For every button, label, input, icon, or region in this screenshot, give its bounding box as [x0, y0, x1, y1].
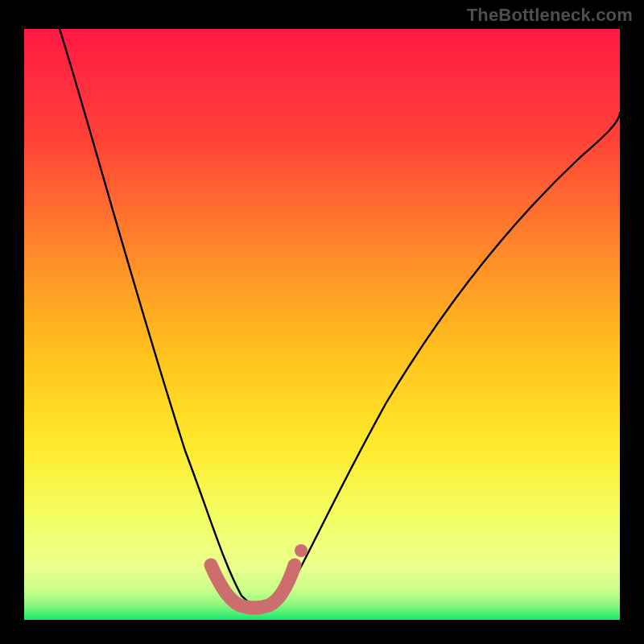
chart-gradient-bg — [24, 29, 620, 620]
optimal-marker-dot — [295, 544, 308, 557]
chart-stage: TheBottleneck.com — [0, 0, 644, 644]
watermark-text: TheBottleneck.com — [467, 5, 633, 26]
bottleneck-chart — [0, 0, 644, 644]
